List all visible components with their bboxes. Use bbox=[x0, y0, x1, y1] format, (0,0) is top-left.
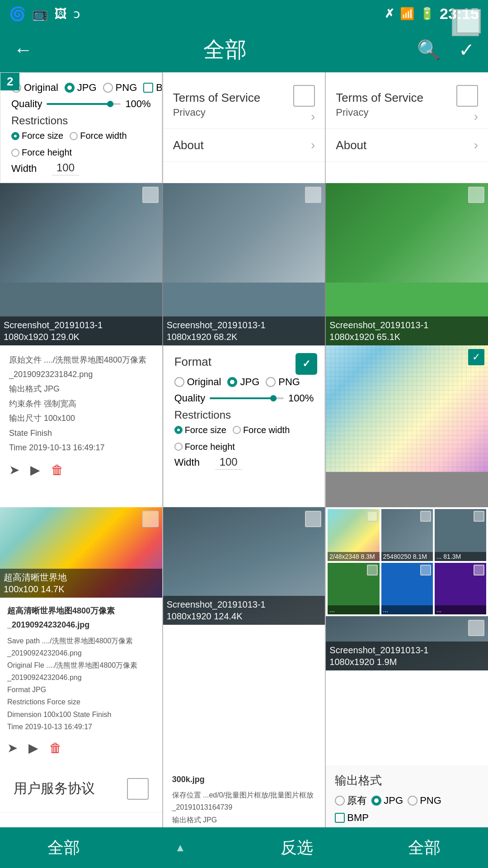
radio-circle-jpg bbox=[65, 83, 75, 93]
thumb-2[interactable]: 25480250 8.1M bbox=[381, 509, 433, 561]
img-label-map1: 超高清晰世界地 100x100 14.7K bbox=[0, 569, 162, 598]
format-title-2: Format bbox=[174, 355, 314, 369]
thumb-check-5[interactable] bbox=[420, 565, 431, 576]
thumb-1[interactable]: 2/48x2348 8.3M bbox=[328, 509, 379, 561]
img-checkbox-map1[interactable]: ✓ bbox=[468, 349, 484, 365]
checkbox-terms-2[interactable] bbox=[456, 85, 478, 107]
signal-icon: 📶 bbox=[400, 7, 414, 21]
img-label-4: Screenshot_20191013-1 488x868 124.4K bbox=[163, 596, 325, 625]
play-icon[interactable]: ▶ bbox=[30, 459, 40, 481]
radio-bmp[interactable]: BMP bbox=[143, 82, 162, 94]
detail-actions-2: ➤ ▶ 🗑 bbox=[7, 737, 155, 759]
force-size-2[interactable]: Force size bbox=[174, 425, 226, 435]
force-width[interactable]: Force width bbox=[70, 131, 127, 141]
terms-label: Terms of Service Privacy bbox=[173, 91, 261, 118]
search-button[interactable]: 🔍 bbox=[417, 39, 441, 61]
terms-cn-label: 用户服务协议 bbox=[14, 779, 95, 798]
format-panel-2: Format Original JPG PNG ✓ Quality 100% R… bbox=[163, 345, 325, 508]
img-label-1: Screenshot_20191013-1 488x868 129.0K bbox=[0, 316, 162, 345]
about-row-1[interactable]: About › bbox=[163, 129, 325, 162]
width-value-2: 100 bbox=[215, 456, 242, 470]
radio2-png[interactable]: PNG bbox=[266, 376, 300, 388]
quality-slider[interactable] bbox=[47, 103, 121, 105]
format-panel-1: Original JPG PNG BMP Quality 100% Restri… bbox=[0, 72, 162, 183]
radio-cn-jpg[interactable]: JPG bbox=[371, 795, 403, 807]
thumb-3[interactable]: ... 81.3M bbox=[435, 509, 486, 561]
top-bar-actions: 🔍 ✓ bbox=[417, 39, 474, 61]
bottom-all-button[interactable]: 全部 bbox=[34, 832, 94, 863]
checkbox-terms[interactable] bbox=[293, 85, 315, 107]
send-icon[interactable]: ➤ bbox=[9, 459, 19, 481]
screenshot-cell-3[interactable]: Screenshot_20191013-1 488x868 1.9M bbox=[326, 616, 488, 670]
img-checkbox-5[interactable] bbox=[468, 620, 484, 636]
confirm-button[interactable]: ✓ bbox=[459, 39, 474, 61]
img-label-2: Screenshot_20191013-1 488x868 68.2K bbox=[163, 316, 325, 345]
bottom-confirm-button[interactable]: 全部 bbox=[394, 832, 454, 863]
force-height[interactable]: Force height bbox=[11, 147, 72, 158]
about-row-2[interactable]: About › bbox=[326, 129, 488, 162]
bottom-triangle: ▲ bbox=[161, 837, 199, 859]
img-checkbox-1[interactable] bbox=[142, 187, 159, 203]
thumb-check-6[interactable] bbox=[474, 565, 484, 576]
back-button[interactable]: ← bbox=[14, 39, 33, 61]
radio2-original[interactable]: Original bbox=[174, 376, 221, 388]
terms-row-2[interactable]: Terms of Service Privacy › bbox=[326, 72, 488, 129]
play-icon-2[interactable]: ▶ bbox=[28, 737, 38, 759]
wifi-icon: ✗ bbox=[385, 7, 394, 21]
terms-row-1[interactable]: Terms of Service Privacy › bbox=[163, 72, 325, 129]
force-width-2[interactable]: Force width bbox=[233, 425, 290, 435]
radio-png[interactable]: PNG bbox=[103, 82, 137, 94]
chevron-terms: › bbox=[311, 109, 315, 124]
img-checkbox-map2[interactable] bbox=[142, 511, 159, 527]
img-checkbox-2[interactable] bbox=[305, 187, 321, 203]
radio2-jpg[interactable]: JPG bbox=[227, 376, 259, 388]
quality-slider-2[interactable] bbox=[210, 397, 284, 399]
quality-row-2: Quality 100% bbox=[174, 392, 314, 404]
cell-thumbs: 2/48x2348 8.3M 25480250 8.1M ... 81.3M .… bbox=[326, 507, 488, 765]
thumbnail-grid: 2/48x2348 8.3M 25480250 8.1M ... 81.3M .… bbox=[326, 507, 488, 616]
thumb-check-3[interactable] bbox=[474, 511, 484, 522]
img-checkbox-3[interactable] bbox=[468, 187, 484, 203]
radio-jpg[interactable]: JPG bbox=[65, 82, 97, 94]
bmp-badge[interactable]: ✓ bbox=[296, 353, 317, 375]
output-format-title: 输出格式 bbox=[335, 773, 479, 788]
radio-circle-bmp bbox=[143, 83, 153, 93]
detail-panel-2: 超高清晰世界地图4800万像素_20190924232046.jpg Save … bbox=[0, 598, 162, 765]
bluetooth-icon: ↄ bbox=[73, 6, 80, 21]
width-row-1: Width 100 bbox=[11, 161, 151, 175]
cell-screenshot-2[interactable]: Screenshot_20191013-1 488x868 124.4K bbox=[163, 507, 325, 765]
thumb-5[interactable]: ... bbox=[381, 563, 433, 614]
thumb-check-1[interactable] bbox=[367, 511, 378, 522]
delete-icon-2[interactable]: 🗑 bbox=[49, 737, 62, 759]
radio-cn-png[interactable]: PNG bbox=[408, 795, 441, 807]
bottom-invert-button[interactable]: 反选 bbox=[267, 832, 327, 863]
radio-cn-original[interactable]: 原有 bbox=[335, 794, 367, 807]
delete-icon[interactable]: 🗑 bbox=[51, 459, 64, 481]
force-height-2[interactable]: Force height bbox=[174, 442, 235, 452]
img-cell-map-1[interactable]: ✓ bbox=[326, 345, 488, 508]
image-icon: 🖼 bbox=[54, 6, 67, 21]
battery-icon: 🔋 bbox=[420, 7, 434, 21]
thumb-6[interactable]: ... bbox=[435, 563, 486, 614]
img-checkbox-4[interactable] bbox=[305, 511, 321, 527]
chevron-terms-2: › bbox=[474, 109, 478, 124]
radio-cn-bmp[interactable]: BMP bbox=[335, 812, 369, 824]
about-label-2: About bbox=[336, 138, 366, 152]
thumb-check-2[interactable] bbox=[420, 511, 431, 522]
thumb-4[interactable]: ... bbox=[328, 563, 379, 614]
img-cell-3[interactable]: Screenshot_20191013-1 488x868 65.1K bbox=[326, 183, 488, 345]
width-value-1: 100 bbox=[52, 161, 79, 175]
top-bar: ← 全部 🔍 ✓ bbox=[0, 27, 488, 72]
checkbox-terms-cn[interactable] bbox=[127, 778, 149, 800]
thumb-check-4[interactable] bbox=[367, 565, 378, 576]
img-cell-1[interactable]: Screenshot_20191013-1 488x868 129.0K bbox=[0, 183, 162, 345]
detail-panel-1: 原始文件 ..../洗熊世界地图4800万像素_20190923231842.p… bbox=[0, 345, 162, 508]
chevron-about-2: › bbox=[474, 138, 478, 152]
tv-icon: 📺 bbox=[32, 6, 48, 21]
img-cell-2[interactable]: Screenshot_20191013-1 488x868 68.2K bbox=[163, 183, 325, 345]
width-row-2: Width 100 bbox=[174, 456, 314, 470]
force-size[interactable]: Force size bbox=[11, 131, 63, 141]
send-icon-2[interactable]: ➤ bbox=[7, 737, 18, 759]
terms-cn-row[interactable]: 用户服务协议 bbox=[0, 765, 162, 813]
status-icons-left: 🌀 📺 🖼 ↄ bbox=[9, 6, 80, 22]
